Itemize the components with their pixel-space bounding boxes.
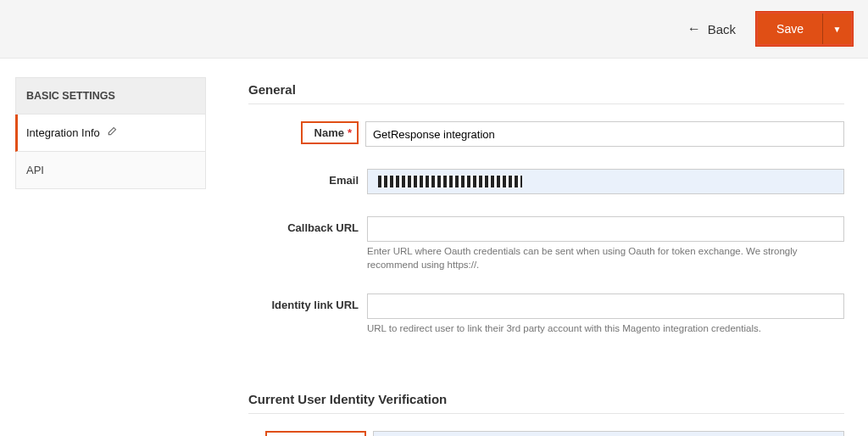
name-input[interactable] — [365, 121, 844, 147]
identity-link-url-input[interactable] — [367, 293, 844, 319]
sidebar-item-label: Integration Info — [26, 126, 100, 139]
label-name: Name * — [301, 121, 359, 144]
callback-url-input[interactable] — [367, 216, 844, 242]
label-callback-url: Callback URL — [248, 216, 367, 234]
save-dropdown-toggle[interactable]: ▼ — [822, 14, 851, 44]
row-email: Email — [248, 169, 844, 194]
arrow-left-icon: ← — [687, 21, 701, 36]
edit-icon — [107, 126, 117, 139]
sidebar: BASIC SETTINGS Integration Info API — [15, 77, 206, 189]
row-password: Your Password * — [248, 431, 844, 436]
label-identity-link-url: Identity link URL — [248, 293, 367, 311]
sidebar-item-api[interactable]: API — [15, 152, 206, 189]
label-email: Email — [248, 169, 367, 187]
save-button[interactable]: Save — [758, 14, 822, 44]
callback-url-hint: Enter URL where Oauth credentials can be… — [367, 245, 844, 271]
row-name: Name * — [248, 121, 844, 147]
sidebar-header: BASIC SETTINGS — [15, 77, 206, 115]
row-identity-link-url: Identity link URL URL to redirect user t… — [248, 293, 844, 336]
section-title-verification: Current User Identity Verification — [248, 392, 844, 414]
label-password: Your Password * — [265, 431, 366, 436]
sidebar-item-label: API — [26, 164, 44, 176]
main-content: General Name * Email — [248, 77, 853, 436]
page-body: BASIC SETTINGS Integration Info API Gene… — [0, 59, 868, 436]
identity-link-url-hint: URL to redirect user to link their 3rd p… — [367, 322, 844, 336]
row-callback-url: Callback URL Enter URL where Oauth crede… — [248, 216, 844, 271]
toolbar: ← Back Save ▼ — [0, 0, 868, 59]
email-value-redacted — [378, 176, 522, 187]
password-input[interactable] — [373, 431, 844, 436]
back-button[interactable]: ← Back — [687, 21, 736, 36]
sidebar-item-integration-info[interactable]: Integration Info — [15, 115, 206, 152]
section-title-general: General — [248, 82, 844, 104]
caret-down-icon: ▼ — [833, 25, 842, 34]
required-indicator: * — [348, 126, 352, 139]
back-label: Back — [708, 22, 736, 36]
save-button-group: Save ▼ — [756, 12, 853, 46]
